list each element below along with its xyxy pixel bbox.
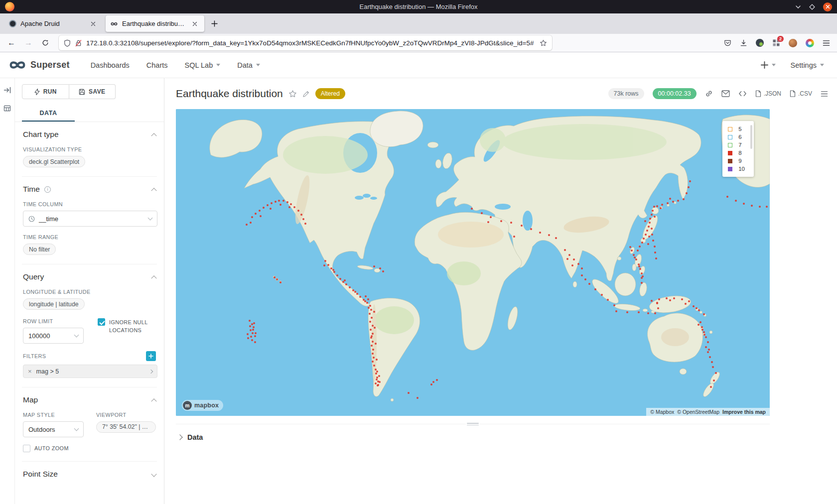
data-panel-header[interactable]: Data bbox=[176, 433, 770, 441]
export-csv-button[interactable]: .CSV bbox=[790, 90, 812, 97]
earthquake-point bbox=[584, 278, 586, 280]
downloads-icon[interactable] bbox=[740, 39, 747, 47]
window-close-button[interactable] bbox=[823, 2, 832, 11]
row-limit-select[interactable]: 100000 bbox=[23, 328, 84, 344]
add-new-button[interactable] bbox=[761, 61, 776, 69]
earthquake-point bbox=[566, 258, 568, 260]
earthquake-point bbox=[577, 263, 579, 265]
dataset-grid-icon[interactable] bbox=[2, 103, 12, 113]
legend-item[interactable]: 10 bbox=[728, 166, 745, 172]
save-button[interactable]: SAVE bbox=[69, 84, 116, 99]
section-chart-type-header[interactable]: Chart type bbox=[23, 130, 156, 139]
email-icon[interactable] bbox=[721, 90, 730, 97]
window-maximize-button[interactable] bbox=[809, 4, 815, 10]
earthquake-point bbox=[685, 303, 687, 305]
lonlat-chip[interactable]: longitude | latitude bbox=[23, 298, 85, 310]
extension-icon[interactable] bbox=[756, 39, 764, 47]
forward-button[interactable]: → bbox=[21, 36, 36, 50]
section-time-header[interactable]: Time i bbox=[23, 185, 156, 194]
extension-badge-icon[interactable]: 2 bbox=[772, 39, 780, 47]
remove-filter-icon[interactable]: × bbox=[28, 368, 32, 375]
export-json-button[interactable]: .JSON bbox=[755, 90, 781, 97]
ignore-null-label: IGNORE NULL LOCATIONS bbox=[109, 318, 152, 334]
url-bar[interactable]: 172.18.0.3:32108/superset/explore/?form_… bbox=[59, 35, 552, 50]
earthquake-point bbox=[661, 204, 663, 206]
earthquake-point bbox=[698, 309, 700, 311]
earthquake-point bbox=[645, 234, 647, 236]
lonlat-label: LONGITUDE & LATITUDE bbox=[23, 289, 156, 295]
earthquake-point bbox=[635, 258, 637, 260]
earthquake-point bbox=[369, 321, 371, 323]
time-range-chip[interactable]: No filter bbox=[23, 244, 56, 255]
nav-dashboards[interactable]: Dashboards bbox=[91, 61, 130, 69]
legend-item[interactable]: 9 bbox=[728, 158, 745, 164]
viz-type-chip[interactable]: deck.gl Scatterplot bbox=[23, 156, 85, 167]
new-tab-button[interactable] bbox=[207, 17, 221, 31]
mapbox-wordmark: mapbox bbox=[194, 402, 219, 409]
earthquake-point bbox=[344, 279, 346, 281]
embed-code-icon[interactable] bbox=[738, 90, 747, 97]
attribution-osm-link[interactable]: © OpenStreetMap bbox=[677, 409, 719, 415]
reload-button[interactable] bbox=[38, 36, 53, 50]
shield-icon[interactable] bbox=[64, 39, 71, 47]
legend-item[interactable]: 5 bbox=[728, 126, 745, 132]
mapbox-logo[interactable]: m mapbox bbox=[182, 400, 223, 411]
containers-icon[interactable] bbox=[806, 39, 814, 47]
add-filter-button[interactable] bbox=[146, 351, 156, 361]
deckgl-map[interactable]: 5678910 m mapbox © Mapbox © OpenStreetMa… bbox=[176, 109, 770, 416]
earthquake-point bbox=[436, 379, 438, 381]
share-link-icon[interactable] bbox=[705, 90, 713, 98]
improve-map-link[interactable]: Improve this map bbox=[722, 409, 766, 415]
earthquake-point bbox=[634, 256, 636, 258]
altered-badge[interactable]: Altered bbox=[315, 88, 345, 99]
section-map-header[interactable]: Map bbox=[23, 395, 156, 404]
pocket-icon[interactable] bbox=[724, 39, 731, 47]
settings-menu[interactable]: Settings bbox=[791, 61, 824, 69]
legend-item[interactable]: 8 bbox=[728, 150, 745, 156]
section-query-header[interactable]: Query bbox=[23, 272, 156, 281]
run-button[interactable]: RUN bbox=[22, 84, 69, 99]
expand-datasource-panel-icon[interactable] bbox=[2, 85, 12, 95]
profile-avatar[interactable] bbox=[789, 39, 797, 47]
tab-apache-druid[interactable]: Apache Druid bbox=[4, 15, 103, 32]
earthquake-point bbox=[490, 216, 492, 218]
map-style-select[interactable]: Outdoors bbox=[23, 421, 84, 437]
back-button[interactable]: ← bbox=[4, 36, 19, 50]
superset-logo[interactable]: Superset bbox=[8, 60, 70, 70]
chevron-right-icon bbox=[177, 434, 182, 440]
window-minimize-button[interactable] bbox=[795, 4, 801, 10]
tab-earthquake-distribution[interactable]: Earthquake distribution bbox=[106, 15, 204, 32]
chart-menu-icon[interactable] bbox=[821, 91, 828, 97]
tab-close-icon[interactable] bbox=[190, 19, 200, 29]
earthquake-point bbox=[703, 331, 705, 333]
tab-close-icon[interactable] bbox=[88, 19, 98, 29]
druid-favicon-icon bbox=[8, 20, 16, 28]
favorite-star-icon[interactable] bbox=[288, 90, 297, 98]
edit-title-pencil-icon[interactable] bbox=[302, 90, 310, 98]
url-text[interactable]: 172.18.0.3:32108/superset/explore/?form_… bbox=[86, 39, 535, 47]
legend-item[interactable]: 6 bbox=[728, 134, 745, 140]
earthquake-point bbox=[656, 205, 658, 207]
ignore-null-checkbox[interactable] bbox=[98, 318, 105, 326]
auto-zoom-checkbox[interactable] bbox=[23, 445, 30, 452]
nav-data[interactable]: Data bbox=[237, 61, 260, 69]
data-panel-label: Data bbox=[187, 433, 203, 441]
attribution-mapbox-link[interactable]: © Mapbox bbox=[650, 409, 674, 415]
filter-chip[interactable]: × mag > 5 bbox=[23, 365, 157, 378]
menu-icon[interactable] bbox=[823, 40, 830, 46]
time-column-select[interactable]: __time bbox=[23, 211, 157, 227]
earthquake-point bbox=[564, 249, 566, 251]
resize-grip[interactable] bbox=[466, 422, 480, 426]
panel-tabs: DATA bbox=[15, 105, 164, 122]
earthquake-point bbox=[669, 299, 671, 301]
nav-sql-lab[interactable]: SQL Lab bbox=[185, 61, 221, 69]
viewport-chip[interactable]: 7° 35' 54.02" | 31… bbox=[96, 421, 156, 433]
insecure-lock-icon[interactable] bbox=[75, 39, 82, 47]
nav-charts[interactable]: Charts bbox=[146, 61, 168, 69]
tab-data[interactable]: DATA bbox=[22, 105, 75, 122]
earthquake-point bbox=[249, 320, 251, 322]
legend-item[interactable]: 7 bbox=[728, 142, 745, 148]
bookmark-star-icon[interactable] bbox=[540, 39, 547, 47]
legend-scrollbar[interactable] bbox=[750, 125, 752, 149]
section-point-size-header[interactable]: Point Size bbox=[23, 470, 156, 479]
